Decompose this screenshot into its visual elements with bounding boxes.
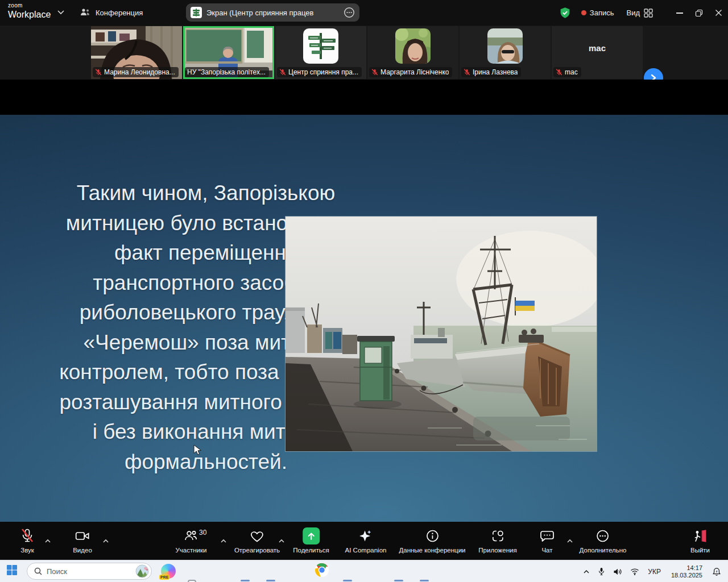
audio-button[interactable]: Звук — [20, 527, 35, 554]
trawler-photo — [285, 216, 597, 452]
meeting-info-button[interactable]: Данные конференции — [399, 527, 465, 554]
participant-name-badge: НУ "Запорізька політех... — [185, 67, 269, 77]
zoom-workplace-window: zoom Workplace Конференция Экран (Центр … — [0, 0, 728, 582]
participant-tile-marina[interactable]: Марина Леонидовна... — [91, 26, 182, 79]
close-icon — [715, 9, 722, 16]
search-placeholder: Поиск — [47, 567, 131, 576]
camera-icon — [75, 529, 90, 543]
participant-tile-margaryta[interactable]: Маргарита Лісніченко — [367, 26, 458, 79]
system-tray: УКР 14:17 18.03.2025 z — [579, 560, 728, 582]
language-indicator[interactable]: УКР — [648, 568, 661, 576]
running-indicator-zoom — [394, 580, 403, 581]
windows-taskbar: Поиск PRE W G zm — [0, 560, 728, 582]
brand-workplace: Workplace — [8, 10, 51, 19]
participant-tile-iryna[interactable]: Ірина Лазнева — [460, 26, 551, 79]
participants-button[interactable]: 30 Участники — [176, 527, 207, 554]
participant-name-badge: Ірина Лазнева — [461, 67, 521, 77]
tray-speaker-icon[interactable] — [613, 568, 622, 576]
share-source-icon — [191, 7, 202, 18]
video-strip: Марина Леонидовна... НУ "Запорізька полі… — [0, 26, 728, 80]
record-label: Запись — [590, 9, 614, 17]
copilot-icon[interactable]: PRE — [161, 564, 176, 579]
notification-bell-icon[interactable]: z — [712, 567, 721, 576]
muted-mic-icon — [279, 69, 286, 76]
leave-meeting-icon — [693, 529, 708, 543]
more-ellipsis-icon — [595, 529, 610, 543]
view-label: Вид — [626, 9, 640, 17]
close-button[interactable] — [709, 0, 728, 26]
ai-companion-button[interactable]: AI Companion — [345, 527, 387, 554]
minimize-button[interactable] — [670, 0, 689, 26]
participant-name: Маргарита Лісніченко — [380, 68, 449, 76]
view-button[interactable]: Вид — [626, 9, 653, 18]
participant-name: mac — [565, 68, 578, 76]
minimize-icon — [676, 13, 683, 14]
participant-name-badge: Центр сприяння пра... — [277, 67, 362, 77]
tab-screen-share[interactable]: Экран (Центр сприяння працев — [186, 3, 359, 22]
apps-button[interactable]: Приложения — [478, 527, 516, 554]
info-icon — [425, 529, 440, 543]
share-letterbox — [0, 80, 728, 115]
chat-button[interactable]: Чат — [539, 527, 555, 554]
participant-tile-speaker[interactable]: НУ "Запорізька політех... — [183, 26, 274, 79]
share-tab-more-icon[interactable] — [344, 7, 355, 18]
reactions-button[interactable]: Отреагировать — [234, 527, 280, 554]
share-screen-icon — [303, 527, 320, 544]
meeting-toolbar: Звук Видео 30 Участники Отреагировать По… — [0, 522, 728, 560]
muted-mic-icon — [556, 69, 562, 76]
running-indicator-word — [343, 580, 352, 581]
svg-text:z: z — [716, 569, 718, 572]
chat-options-chevron[interactable] — [566, 535, 573, 546]
participant-display-name: mac — [552, 43, 643, 53]
video-options-chevron[interactable] — [102, 535, 109, 546]
video-button[interactable]: Видео — [73, 527, 92, 554]
taskbar-search[interactable]: Поиск — [27, 563, 152, 580]
muted-mic-icon — [95, 69, 102, 76]
participants-count: 30 — [199, 529, 206, 537]
more-button[interactable]: Дополнительно — [580, 527, 627, 554]
participant-tile-mac[interactable]: mac mac — [552, 26, 643, 79]
trawler-photo-image — [286, 217, 597, 451]
chrome-icon[interactable] — [315, 563, 329, 580]
zoom-workplace-logo: zoom Workplace — [8, 3, 51, 19]
task-view-icon[interactable] — [187, 579, 201, 582]
participant-name-badge: Маргарита Лісніченко — [369, 67, 452, 77]
tray-date: 18.03.2025 — [671, 572, 702, 579]
participant-name: Ірина Лазнева — [473, 68, 518, 76]
tray-wifi-icon[interactable] — [630, 568, 639, 575]
brand-zoom: zoom — [8, 3, 51, 9]
tray-mic-icon[interactable] — [598, 567, 605, 576]
tab-meeting-label: Конференция — [96, 9, 143, 17]
running-indicator-viber — [420, 580, 429, 581]
view-grid-icon — [644, 9, 653, 18]
recording-indicator[interactable]: Запись — [581, 9, 614, 17]
mouse-cursor — [193, 444, 203, 456]
muted-mic-icon — [371, 69, 378, 76]
tray-time: 14:17 — [671, 564, 702, 572]
search-daily-image[interactable] — [135, 564, 149, 578]
share-tab-title: Экран (Центр сприяння працев — [206, 9, 339, 17]
leave-button[interactable]: Выйти — [690, 527, 710, 554]
running-indicator-firefox — [266, 580, 275, 581]
participants-options-chevron[interactable] — [220, 535, 227, 546]
tray-chevron-up-icon[interactable] — [583, 569, 590, 574]
windows-logo-icon — [6, 564, 18, 576]
reactions-options-chevron[interactable] — [278, 535, 285, 546]
audio-options-chevron[interactable] — [44, 535, 51, 546]
apps-icon — [490, 529, 505, 543]
brand-chevron-down-icon[interactable] — [57, 9, 65, 15]
participant-tile-center[interactable]: Центр сприяння пра... — [275, 26, 366, 79]
participant-name: Центр сприяння пра... — [288, 68, 358, 76]
search-icon — [34, 567, 42, 575]
clock[interactable]: 14:17 18.03.2025 — [671, 564, 702, 579]
share-screen-button[interactable]: Поделиться — [293, 527, 329, 554]
people-icon — [80, 7, 91, 18]
participant-name-badge: Марина Леонидовна... — [93, 67, 179, 77]
start-button[interactable] — [6, 564, 18, 578]
restore-button[interactable] — [689, 0, 709, 26]
participant-name-badge: mac — [553, 67, 581, 77]
mic-muted-icon — [20, 528, 35, 544]
security-shield-icon[interactable] — [559, 6, 571, 19]
tab-meeting[interactable]: Конференция — [75, 5, 147, 20]
shared-slide: Таким чином, Запорізькою митницею було в… — [0, 115, 728, 522]
